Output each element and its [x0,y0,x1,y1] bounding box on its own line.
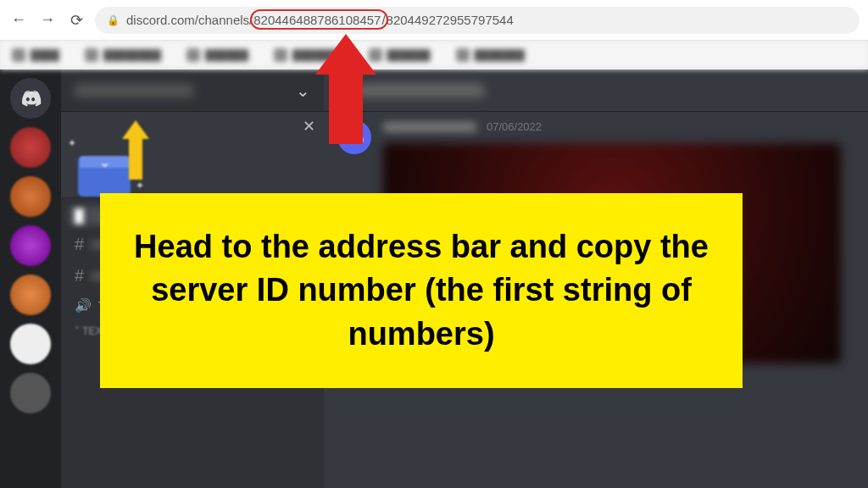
bookmarks-bar: ████ ████████ ██████ ███████ ██████ ████… [0,41,868,69]
discord-logo-icon [19,86,42,110]
discord-home-icon[interactable] [10,78,51,119]
bookmark-item[interactable]: ████████ [85,48,161,62]
bookmark-item[interactable]: ████ [12,48,59,62]
server-icon[interactable] [10,324,51,364]
server-name [75,84,193,97]
server-icon[interactable] [10,274,51,315]
close-icon[interactable]: ✕ [303,117,315,136]
address-bar[interactable]: 🔒 discord.com/channels/ 8204464887861084… [95,7,860,34]
channel-header: # [324,69,868,112]
bookmark-item[interactable]: ███████ [456,48,526,62]
url-channel-id: 820449272955797544 [387,13,514,27]
chevron-down-icon[interactable]: ⌄ [296,80,310,101]
url-server-id: 820446488786108457 [253,13,381,27]
hash-icon: # [75,235,84,254]
annotation-callout: Head to the address bar and copy the ser… [100,193,743,388]
speaker-icon: 🔊 [75,297,92,313]
server-icon[interactable] [10,176,51,217]
url-domain-path: discord.com/channels/ [126,13,253,27]
server-header[interactable]: ⌄ [61,69,324,112]
reload-button[interactable]: ⟳ [66,10,86,30]
bookmark-item[interactable]: ██████ [186,48,248,62]
server-icon[interactable] [10,127,51,168]
channel-title [357,84,484,97]
url-separator: / [381,13,385,27]
message-author[interactable] [383,122,476,132]
hash-icon: # [75,266,84,286]
boost-banner: ✕ ✦ ✦ ⌄ [61,112,324,197]
server-icon[interactable] [10,373,51,413]
forward-button[interactable]: → [37,10,58,30]
server-rail [0,69,61,488]
bookmark-item[interactable]: ██████ [369,48,431,62]
back-button[interactable]: ← [8,10,29,30]
message-timestamp: 07/06/2022 [487,120,542,133]
lock-icon: 🔒 [107,14,120,26]
browser-toolbar: ← → ⟳ 🔒 discord.com/channels/ 8204464887… [0,0,868,41]
server-icon[interactable] [10,225,51,266]
